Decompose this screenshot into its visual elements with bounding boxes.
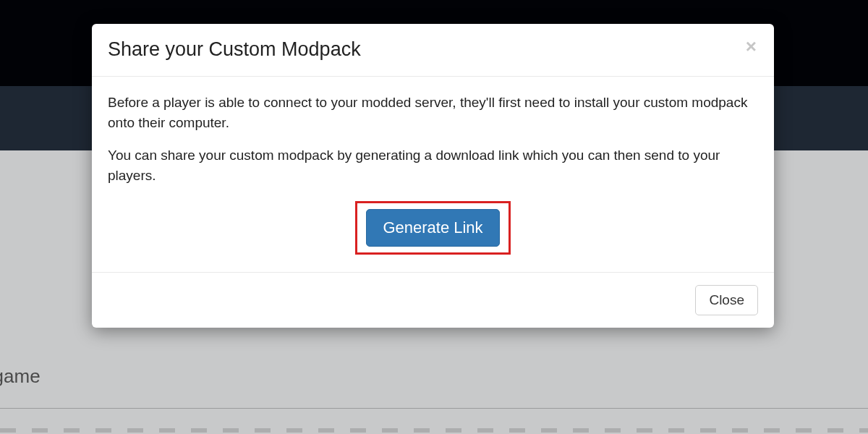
- annotation-red-outline: Generate Link: [355, 201, 510, 255]
- generate-link-button[interactable]: Generate Link: [366, 209, 499, 247]
- share-modpack-modal: Share your Custom Modpack × Before a pla…: [92, 24, 774, 328]
- modal-header: Share your Custom Modpack ×: [92, 24, 774, 77]
- generate-button-highlight: Generate Link: [108, 201, 758, 255]
- modal-body: Before a player is able to connect to yo…: [92, 77, 774, 273]
- modal-paragraph: You can share your custom modpack by gen…: [108, 145, 758, 185]
- modal-footer: Close: [92, 273, 774, 328]
- close-icon[interactable]: ×: [744, 37, 758, 56]
- close-button[interactable]: Close: [695, 285, 758, 315]
- modal-title: Share your Custom Modpack: [108, 38, 361, 61]
- modal-paragraph: Before a player is able to connect to yo…: [108, 93, 758, 132]
